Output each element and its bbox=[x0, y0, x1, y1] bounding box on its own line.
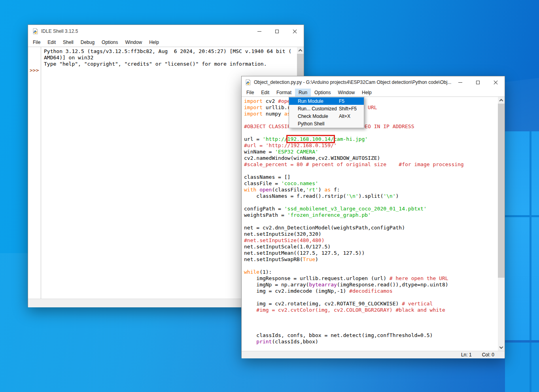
code-token: cv2 bbox=[263, 98, 278, 104]
python-file-icon bbox=[32, 28, 38, 34]
code-line: img = cv2.imdecode (imgNp,-1) #decodific… bbox=[244, 288, 497, 294]
code-token: 'http:// bbox=[263, 136, 287, 142]
shell-window-title: IDLE Shell 3.12.5 bbox=[41, 28, 78, 34]
code-line: net.setInputSwapRB(True) bbox=[244, 256, 497, 263]
code-editor-area[interactable]: import cv2 #opencvimport urllib.request … bbox=[244, 98, 497, 345]
code-line: url = 'http://192.168.100.14/cam-hi.jpg' bbox=[244, 136, 497, 142]
menu-help[interactable]: Help bbox=[358, 89, 375, 97]
shell-menubar: FileEditShellDebugOptionsWindowHelp bbox=[28, 38, 304, 47]
windows-logo-divider bbox=[530, 131, 531, 340]
shell-maximize-button[interactable] bbox=[268, 25, 286, 38]
code-token: 'coco.names' bbox=[281, 180, 318, 186]
code-token bbox=[256, 187, 259, 193]
menu-run[interactable]: Run bbox=[295, 89, 311, 97]
menu-shell[interactable]: Shell bbox=[59, 38, 77, 46]
code-token: #url = 'http://192.168.0.159/' bbox=[244, 142, 337, 148]
code-token: classNames = [] bbox=[244, 174, 290, 180]
menu-window[interactable]: Window bbox=[121, 38, 146, 46]
code-token: # vertical bbox=[402, 301, 433, 307]
code-line: #img = cv2.cvtColor(img, cv2.COLOR_BGR2G… bbox=[244, 307, 497, 313]
editor-scrollbar-thumb[interactable] bbox=[498, 104, 505, 278]
editor-menubar: FileEditFormatRunOptionsWindowHelp bbox=[242, 88, 505, 97]
code-token: import bbox=[244, 98, 263, 104]
scroll-up-button[interactable] bbox=[297, 47, 304, 54]
code-line bbox=[244, 199, 497, 206]
code-token: as bbox=[325, 187, 331, 193]
code-token: net.setInputMean((127.5, 127.5, 127.5)) bbox=[244, 250, 365, 256]
shell-prompt: >>> bbox=[30, 67, 39, 74]
menu-options[interactable]: Options bbox=[311, 89, 334, 97]
shell-output-area[interactable]: Python 3.12.5 (tags/v3.12.5:ff3bc82, Aug… bbox=[44, 48, 297, 74]
code-line: #scale_percent = 80 # percent of origina… bbox=[244, 161, 497, 168]
shell-minimize-button[interactable] bbox=[250, 25, 268, 38]
code-line: import cv2 #opencv bbox=[244, 98, 497, 104]
code-line: classFile = 'coco.names' bbox=[244, 180, 497, 187]
menu-format[interactable]: Format bbox=[273, 89, 295, 97]
code-token: img = cv2.imdecode (imgNp,-1) bbox=[244, 288, 349, 294]
editor-minimize-button[interactable] bbox=[451, 76, 469, 88]
code-line: configPath = 'ssd_mobilenet_v3_large_coc… bbox=[244, 206, 497, 212]
code-line: #net.setInputSize(480,480) bbox=[244, 237, 497, 244]
code-line bbox=[244, 263, 497, 269]
menu-file[interactable]: File bbox=[243, 89, 257, 97]
menu-item-label: Run... Customized bbox=[298, 106, 339, 112]
menu-debug[interactable]: Debug bbox=[77, 38, 98, 46]
code-token: cv2.namedWindow(winName,cv2.WINDOW_AUTOS… bbox=[244, 155, 380, 161]
code-line: classNames = [] bbox=[244, 174, 497, 180]
run-menu-item-check-module[interactable]: Check ModuleAlt+X bbox=[289, 112, 364, 120]
code-token: numpy bbox=[263, 111, 284, 117]
code-token: net.setInputSize(320,320) bbox=[244, 231, 322, 237]
desktop: { "desktop": { "wallpaper_accent": "#0b9… bbox=[0, 0, 539, 392]
code-line: cv2.namedWindow(winName,cv2.WINDOW_AUTOS… bbox=[244, 155, 497, 161]
menu-help[interactable]: Help bbox=[146, 38, 163, 46]
code-token: f: bbox=[331, 187, 340, 193]
code-token: classIds, confs, bbox = net.detect(img,c… bbox=[244, 332, 433, 338]
editor-scrollbar[interactable] bbox=[498, 97, 505, 351]
menu-file[interactable]: File bbox=[29, 38, 44, 46]
menu-item-label: Run Module bbox=[298, 98, 339, 104]
maximize-icon bbox=[476, 81, 480, 84]
code-line: while(1): bbox=[244, 269, 497, 275]
menu-item-shortcut: F5 bbox=[339, 98, 362, 104]
code-token: weightsPath = bbox=[244, 212, 287, 218]
menu-item-shortcut: Alt+X bbox=[339, 114, 362, 119]
code-line: net.setInputMean((127.5, 127.5, 127.5)) bbox=[244, 250, 497, 256]
editor-maximize-button[interactable] bbox=[469, 76, 487, 88]
code-token: 'ESP32 CAMERA' bbox=[275, 149, 318, 155]
column-indicator: Col: 0 bbox=[482, 352, 494, 358]
code-token: print bbox=[256, 339, 272, 345]
scroll-down-button[interactable] bbox=[498, 344, 505, 351]
code-token: winName = bbox=[244, 149, 275, 155]
run-menu-item-run-module[interactable]: Run ModuleF5 bbox=[289, 97, 364, 105]
code-line: winName = 'ESP32 CAMERA' bbox=[244, 149, 497, 155]
code-line bbox=[244, 168, 497, 174]
editor-titlebar[interactable]: Object_detection.py.py - G:\Arduino proj… bbox=[242, 76, 505, 88]
editor-window-title: Object_detection.py.py - G:\Arduino proj… bbox=[254, 80, 451, 85]
code-line: net = cv2.dnn_DetectionModel(weightsPath… bbox=[244, 225, 497, 231]
chevron-up-icon bbox=[499, 99, 503, 103]
code-token: net = cv2.dnn_DetectionModel(weightsPath… bbox=[244, 225, 405, 231]
scroll-up-button[interactable] bbox=[498, 97, 505, 104]
code-token: while bbox=[244, 269, 259, 275]
shell-close-button[interactable] bbox=[286, 25, 304, 38]
shell-line: Python 3.12.5 (tags/v3.12.5:ff3bc82, Aug… bbox=[44, 48, 297, 55]
code-token: 'ssd_mobilenet_v3_large_coco_2020_01_14.… bbox=[284, 206, 427, 212]
code-token: ) bbox=[315, 256, 318, 262]
menu-edit[interactable]: Edit bbox=[257, 89, 273, 97]
shell-titlebar[interactable]: IDLE Shell 3.12.5 bbox=[28, 25, 304, 38]
run-menu-item-python-shell[interactable]: Python Shell bbox=[289, 120, 364, 127]
editor-content: import cv2 #opencvimport urllib.request … bbox=[242, 97, 505, 351]
code-token: (classFile, bbox=[272, 187, 306, 193]
editor-close-button[interactable] bbox=[487, 76, 505, 88]
shell-line bbox=[44, 67, 297, 74]
code-token: bytearray bbox=[309, 282, 337, 288]
menu-options[interactable]: Options bbox=[98, 38, 121, 46]
menu-window[interactable]: Window bbox=[334, 89, 358, 97]
code-line bbox=[244, 117, 497, 123]
maximize-icon bbox=[275, 30, 279, 33]
run-menu-item-run-customized[interactable]: Run... CustomizedShift+F5 bbox=[289, 105, 364, 112]
menu-edit[interactable]: Edit bbox=[44, 38, 59, 46]
code-line: import urllib.request #to open and read … bbox=[244, 104, 497, 111]
close-icon bbox=[293, 29, 297, 34]
code-token: True bbox=[303, 256, 315, 262]
